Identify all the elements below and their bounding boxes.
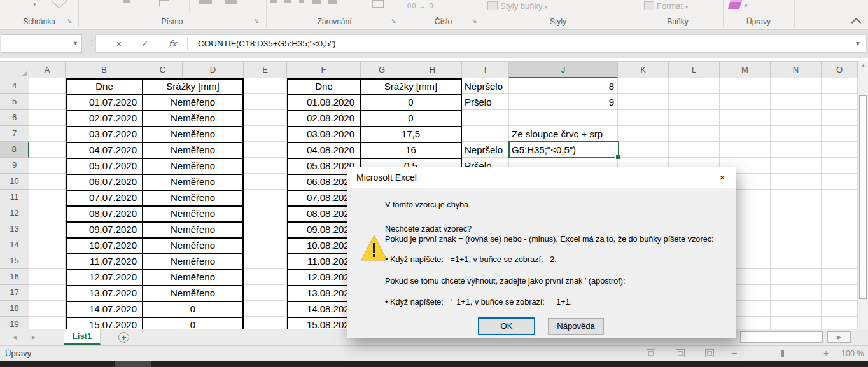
grid-cell[interactable] [618, 78, 669, 94]
grid-cell[interactable] [771, 190, 822, 205]
grid-cell[interactable] [669, 142, 720, 158]
grid-cell[interactable] [822, 142, 858, 158]
grid-cell[interactable] [669, 126, 720, 142]
grid-cell[interactable] [29, 221, 66, 237]
grid-cell[interactable] [244, 301, 287, 317]
row-header-7[interactable]: 7 [0, 126, 29, 142]
grid-cell[interactable] [771, 253, 822, 269]
grid-cell[interactable] [771, 78, 822, 94]
table-date-cell[interactable]: 07.07.2020 [67, 191, 143, 207]
paste-dropdown-chevron-icon[interactable]: ▾ [33, 1, 36, 8]
row-header-8[interactable]: 8 [0, 142, 29, 158]
grid-cell[interactable] [822, 205, 858, 221]
table-value-cell[interactable]: 17,5 [361, 127, 462, 143]
table-value-cell[interactable]: Neměřeno [143, 207, 244, 223]
table-date-cell[interactable]: 10.07.2020 [67, 239, 143, 254]
insert-function-button[interactable]: fx [164, 35, 181, 52]
table-date-cell[interactable]: 11.07.2020 [67, 254, 143, 270]
next-sheet-icon[interactable]: ▸ [32, 333, 36, 342]
number-dialog-launcher-icon[interactable]: ⇘ [472, 17, 477, 24]
table-value-cell[interactable]: Neměřeno [143, 223, 244, 239]
grid-cell[interactable] [822, 78, 858, 94]
grid-cell[interactable] [669, 110, 720, 126]
column-header-L[interactable]: L [669, 62, 720, 78]
grid-cell[interactable] [771, 110, 822, 126]
column-header-H[interactable]: H [403, 62, 462, 78]
cell-J7[interactable]: Ze sloupce črvc + srp [512, 126, 603, 142]
grid-cell[interactable] [29, 253, 66, 269]
grid-cell[interactable] [244, 126, 287, 142]
merge-center-icon[interactable] [372, 0, 384, 8]
table-date-cell[interactable]: 06.07.2020 [67, 175, 143, 191]
table-date-cell[interactable]: 04.07.2020 [67, 143, 143, 159]
grid-cell[interactable] [720, 110, 771, 126]
row-header-4[interactable]: 4 [0, 78, 29, 94]
zoom-in-icon[interactable]: + [823, 348, 829, 358]
grid-cell[interactable] [822, 126, 858, 142]
active-cell-J8-editing[interactable]: G5:H35;"<0,5") [508, 141, 619, 158]
grid-cell[interactable] [771, 142, 822, 158]
grid-cell[interactable] [29, 158, 66, 174]
table-value-cell[interactable]: Neměřeno [143, 239, 244, 254]
formula-input[interactable]: =COUNTIF(C18:D35+G5:H35;"<0,5") [193, 35, 336, 52]
grid-cell[interactable] [618, 94, 669, 110]
grid-cell[interactable] [244, 237, 287, 253]
grid-cell[interactable] [771, 237, 822, 253]
cell-styles-button[interactable]: Styly buňky ▾ [487, 1, 548, 11]
grid-cell[interactable] [618, 142, 669, 158]
ok-button[interactable]: OK [478, 317, 535, 335]
clipboard-dialog-launcher-icon[interactable]: ⇘ [67, 17, 72, 24]
zoom-slider-thumb[interactable] [781, 350, 784, 357]
grid-cell[interactable] [29, 301, 66, 317]
column-header-A[interactable]: A [29, 62, 66, 78]
scroll-up-icon[interactable]: ▲ [858, 62, 868, 69]
grid-cell[interactable] [771, 158, 822, 174]
row-header-15[interactable]: 15 [0, 253, 29, 269]
page-break-view-icon[interactable] [705, 349, 714, 357]
grid-cell[interactable] [244, 221, 287, 237]
page-layout-view-icon[interactable] [676, 349, 685, 357]
help-button[interactable]: Nápověda [548, 318, 604, 335]
grid-cell[interactable] [618, 126, 669, 142]
fill-handle[interactable] [615, 155, 620, 160]
prev-sheet-icon[interactable]: ◂ [13, 333, 17, 342]
scroll-right-button[interactable]: ▶ [827, 331, 851, 343]
grid-cell[interactable] [244, 190, 287, 205]
column-header-O[interactable]: O [822, 62, 858, 78]
table-date-cell[interactable]: 01.07.2020 [67, 95, 143, 111]
table-date-cell[interactable]: 02.08.2020 [288, 111, 361, 127]
zoom-level[interactable]: 100 % [841, 349, 864, 358]
table-date-cell[interactable]: 08.07.2020 [67, 207, 143, 223]
format-painter-icon[interactable] [51, 0, 67, 9]
table-value-cell[interactable]: Neměřeno [143, 143, 244, 159]
cell-I8[interactable]: Nepršelo [465, 142, 503, 158]
column-header-B[interactable]: B [66, 62, 143, 78]
grid-cell[interactable] [462, 126, 509, 142]
grid-cell[interactable] [822, 110, 858, 126]
table-value-cell[interactable]: 0 [361, 111, 462, 127]
row-header-14[interactable]: 14 [0, 237, 29, 253]
column-header-E[interactable]: E [244, 62, 287, 78]
row-header-6[interactable]: 6 [0, 110, 29, 126]
grid-cell[interactable] [29, 110, 66, 126]
grid-cell[interactable] [244, 158, 287, 174]
font-dialog-launcher-icon[interactable]: ⇘ [254, 17, 259, 24]
expand-formula-bar-icon[interactable]: ▼ [855, 35, 861, 52]
grid-cell[interactable] [29, 285, 66, 301]
table-date-cell[interactable]: 05.07.2020 [67, 159, 143, 175]
column-header-I[interactable]: I [462, 62, 509, 78]
format-button[interactable]: Format ▾ [644, 1, 688, 11]
row-header-9[interactable]: 9 [0, 158, 29, 174]
grid-cell[interactable] [720, 126, 771, 142]
cell-I5[interactable]: Pršelo [465, 94, 492, 110]
grid-cell[interactable] [771, 285, 822, 301]
new-sheet-button[interactable]: + [118, 332, 129, 343]
decimal-buttons-icon[interactable]: .00 →.0 [405, 2, 434, 10]
table-date-cell[interactable]: 01.08.2020 [288, 95, 361, 111]
grid-cell[interactable] [462, 110, 509, 126]
column-header-C[interactable]: C [143, 62, 183, 78]
table-date-cell[interactable]: 03.08.2020 [288, 127, 361, 143]
table-date-cell[interactable]: 13.07.2020 [67, 286, 143, 302]
name-box[interactable]: ▼ [1, 34, 82, 53]
grid-cell[interactable] [244, 110, 287, 126]
